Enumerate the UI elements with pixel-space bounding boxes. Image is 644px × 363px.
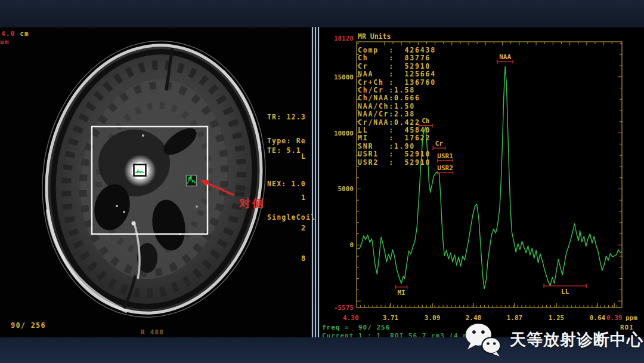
y-axis-label: 10000 (334, 130, 354, 137)
panel-divider (311, 27, 320, 337)
peak-label-MI: MI (397, 289, 405, 297)
metric-row: LL : 45840 (358, 127, 436, 134)
mrs-workstation-screen: 4.0 cm um TR: 12.3 TE: 5.1 NEX: 1.0 Sing… (0, 0, 644, 363)
voxel-marker-contralateral[interactable] (187, 176, 197, 186)
x-axis-label: 1.25 (549, 314, 565, 322)
metric-row: Ch/NAA:0.666 (358, 94, 436, 102)
metric-row: SNR :1.90 (358, 143, 436, 150)
metric-row: Cr : 52910 (358, 63, 436, 70)
fov-unit: cm (20, 30, 29, 38)
fov-sub-label: um (0, 38, 10, 46)
tr-value: TR: 12.3 (267, 112, 315, 123)
mri-panel: 4.0 cm um TR: 12.3 TE: 5.1 NEX: 1.0 Sing… (0, 27, 311, 337)
metric-row: USR2 : 52910 (358, 159, 436, 167)
current-status-line: Current 1 : 1 ROI 56.7 cm3 (4 pix ) (322, 332, 485, 337)
watermark-text: 天等放射诊断中心 (510, 329, 643, 350)
fov-value: 4.0 (1, 30, 15, 38)
watermark: 天等放射诊断中心 (462, 322, 643, 358)
brain-mri-image (0, 27, 311, 337)
metric-row: Comp : 426438 (358, 47, 436, 54)
type-label: Type: Re (267, 137, 306, 145)
te-value: TE: 5.1 (267, 145, 315, 156)
metric-row: Cr+Ch : 136760 (358, 79, 436, 87)
peak-label-USR1: USR1 (437, 152, 453, 160)
y-axis-label: -5575 (334, 304, 354, 312)
fov-scale-label: 4.0 cm (1, 30, 29, 38)
y-axis-label: 0 (349, 241, 354, 249)
contralateral-annotation: 对侧 (239, 199, 265, 207)
x-axis-label: 4.30 (343, 314, 359, 322)
x-axis-label: 2.48 (466, 314, 482, 322)
y-axis-label: 15000 (334, 73, 354, 81)
metric-row: NAA/Ch:1.50 (358, 103, 436, 110)
metric-row: NAA : 125664 (358, 70, 436, 78)
metric-row: Ch : 83776 (358, 54, 436, 62)
laterality-label: L (301, 153, 306, 161)
peak-label-NAA: NAA (499, 53, 511, 61)
x-axis-label: 0.39 (606, 314, 622, 322)
freq-status-line: freq = 90/ 256 (322, 324, 390, 331)
metric-row: Ch/Cr :1.58 (358, 87, 436, 94)
metric-row: USR1 : 52910 (358, 150, 436, 158)
x-axis-label: 1.87 (507, 314, 523, 322)
y-axis-label: 18128 (334, 35, 354, 42)
bright-spot (132, 222, 136, 226)
x-axis-unit: ppm (626, 314, 637, 322)
x-axis-label: 0.64 (590, 314, 606, 322)
x-axis-label: 3.71 (383, 314, 399, 322)
voxel-marker-lesion[interactable] (134, 165, 146, 176)
spectroscopy-panel: 18128150001000050000-55754.303.713.092.4… (320, 27, 644, 337)
y-axis-label: 5000 (338, 185, 354, 193)
peak-label-USR2: USR2 (437, 164, 453, 172)
metric-row: NAA/Cr:2.38 (358, 110, 436, 118)
metric-row: Cr/NAA:0.422 (358, 119, 436, 127)
peak-label-LL: LL (561, 288, 569, 296)
peak-label-Cr: Cr (435, 140, 444, 147)
metabolite-metrics-list: Comp : 426438Ch : 83776Cr : 52910NAA : 1… (358, 47, 436, 167)
metric-row: MI : 17622 (358, 134, 436, 142)
x-axis-label: 3.09 (425, 314, 441, 322)
bottom-partial-text: R 488 (141, 328, 164, 336)
frame-counter: 90/ 256 (11, 322, 46, 330)
wechat-icon (462, 322, 505, 358)
chart-title: MR Units (358, 32, 391, 41)
